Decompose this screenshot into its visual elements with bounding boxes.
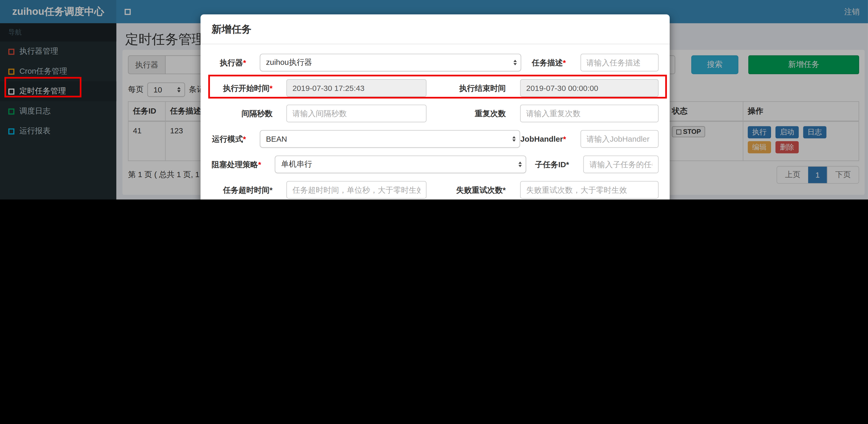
start-time-input[interactable]: [286, 79, 427, 97]
retry-label: 失败重试次数*: [427, 181, 506, 199]
modal-title: 新增任务: [200, 14, 670, 44]
end-time-input[interactable]: [520, 79, 658, 97]
glue-type-label: 运行模式*: [212, 130, 246, 148]
interval-label: 间隔秒数: [212, 105, 273, 122]
required-star: *: [563, 134, 566, 143]
form-row-time: 执行开始时间* 执行结束时间: [212, 79, 659, 97]
select-arrows-icon: [519, 162, 522, 167]
block-strategy-label: 阻塞处理策略*: [212, 156, 261, 173]
add-task-modal: 新增任务 执行器* zuihou执行器 任务描述* 执行开始时间* 执行结束时间…: [200, 14, 670, 199]
select-arrows-icon: [513, 136, 516, 142]
child-job-input[interactable]: [583, 156, 658, 173]
executor-select[interactable]: zuihou执行器: [260, 54, 521, 71]
job-handler-input[interactable]: [581, 130, 659, 148]
select-arrows-icon: [513, 60, 517, 65]
form-row: 执行器* zuihou执行器 任务描述*: [212, 54, 659, 71]
timeout-input[interactable]: [286, 181, 427, 199]
form-row: 运行模式* BEAN JobHandler*: [212, 130, 659, 148]
required-star: *: [563, 58, 566, 67]
modal-body: 执行器* zuihou执行器 任务描述* 执行开始时间* 执行结束时间 间隔秒数…: [200, 44, 670, 199]
job-handler-label: JobHandler*: [520, 130, 566, 148]
required-star: *: [243, 58, 246, 67]
retry-input[interactable]: [520, 181, 658, 199]
repeat-label: 重复次数: [427, 105, 506, 122]
form-row: 任务超时时间* 失败重试次数*: [212, 181, 659, 199]
executor-label: 执行器*: [212, 54, 246, 71]
timeout-label: 任务超时时间*: [212, 181, 273, 199]
form-row: 间隔秒数 重复次数: [212, 105, 659, 122]
block-strategy-select[interactable]: 单机串行: [275, 156, 526, 173]
required-star: *: [270, 84, 273, 93]
required-star: *: [243, 134, 246, 143]
form-row: 阻塞处理策略* 单机串行 子任务ID*: [212, 156, 659, 173]
glue-type-select[interactable]: BEAN: [260, 130, 520, 148]
repeat-input[interactable]: [520, 105, 658, 122]
start-time-label: 执行开始时间*: [212, 79, 273, 97]
interval-input[interactable]: [286, 105, 427, 122]
screen: zuihou任务调度中心 注销 导航 执行器管理 Cron任务管理 定时任务管理…: [0, 0, 868, 199]
task-desc-input[interactable]: [580, 54, 659, 71]
end-time-label: 执行结束时间: [427, 79, 506, 97]
child-job-label: 子任务ID*: [526, 156, 569, 173]
task-desc-label: 任务描述*: [521, 54, 566, 71]
required-star: *: [258, 160, 261, 169]
